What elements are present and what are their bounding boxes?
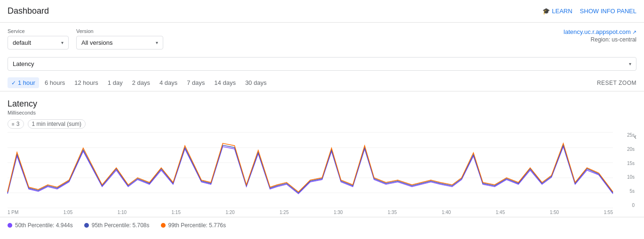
- region-text: Region: us-central: [564, 36, 636, 43]
- legend-item-99th: 99th Percentile: 5.776s: [161, 222, 226, 229]
- y-label-5: 5s: [629, 189, 635, 194]
- chevron-down-icon-3: ▾: [629, 61, 631, 66]
- chart-subtitle: Milliseconds: [8, 110, 636, 115]
- chevron-down-icon: ▾: [61, 40, 64, 45]
- reset-zoom-button[interactable]: RESET ZOOM: [597, 80, 636, 86]
- chart-filters: ≡ 3 1 min interval (sum): [8, 119, 636, 129]
- y-label-20: 20s: [627, 147, 635, 152]
- time-btn-2days[interactable]: 2 days: [128, 77, 154, 88]
- interval-badge: 1 min interval (sum): [28, 119, 86, 129]
- legend-label-50th: 50th Percentile: 4.944s: [15, 222, 73, 229]
- collapse-button[interactable]: ‹: [634, 132, 636, 141]
- x-label-1pm: 1 PM: [8, 210, 18, 215]
- legend-label-95th: 95th Percentile: 5.708s: [92, 222, 150, 229]
- time-btn-4days[interactable]: 4 days: [156, 77, 181, 88]
- x-label-130: 1:30: [334, 210, 342, 215]
- service-select-group: Service default ▾: [8, 28, 69, 49]
- x-label-145: 1:45: [496, 210, 505, 215]
- legend-dot-95th: [84, 223, 89, 228]
- x-label-155: 1:55: [604, 210, 613, 215]
- legend-item-95th: 95th Percentile: 5.708s: [84, 222, 150, 229]
- version-dropdown[interactable]: All versions ▾: [76, 36, 163, 49]
- x-label-125: 1:25: [279, 210, 288, 215]
- x-label-115: 1:15: [172, 210, 181, 215]
- time-btn-30days[interactable]: 30 days: [241, 77, 270, 88]
- time-options: ✓ 1 hour 6 hours 12 hours 1 day 2 days 4…: [8, 77, 270, 88]
- y-label-15: 15s: [627, 161, 635, 166]
- x-axis-labels: 1 PM 1:05 1:10 1:15 1:20 1:25 1:30 1:35 …: [8, 208, 613, 215]
- y-label-0: 0: [632, 203, 635, 208]
- check-icon: ✓: [11, 80, 16, 86]
- y-label-10: 10s: [627, 174, 635, 180]
- y-label-25: 25s: [627, 132, 635, 138]
- x-label-105: 1:05: [64, 210, 72, 215]
- metric-value: Latency: [13, 60, 34, 67]
- version-label: Version: [76, 28, 163, 34]
- chart-wrapper: ‹ 25s 20s 15s: [8, 132, 636, 215]
- time-btn-1hour[interactable]: ✓ 1 hour: [8, 77, 39, 88]
- filter-count: 3: [16, 121, 20, 127]
- chart-container: Latency Milliseconds ≡ 3 1 min interval …: [0, 91, 644, 215]
- legend-dot-99th: [161, 223, 166, 228]
- show-info-panel-button[interactable]: SHOW INFO PANEL: [580, 8, 636, 15]
- page-title: Dashboard: [8, 6, 49, 16]
- chart-svg: [8, 132, 613, 208]
- header: Dashboard 🎓 LEARN SHOW INFO PANEL: [0, 0, 644, 23]
- time-btn-1day[interactable]: 1 day: [104, 77, 127, 88]
- legend-item-50th: 50th Percentile: 4.944s: [8, 222, 73, 229]
- time-btn-14days[interactable]: 14 days: [211, 77, 240, 88]
- time-btn-6hours[interactable]: 6 hours: [41, 77, 69, 88]
- link-group: latency.uc.r.appspot.com Region: us-cent…: [564, 28, 636, 43]
- filter-icon: ≡: [12, 122, 15, 127]
- x-label-110: 1:10: [118, 210, 127, 215]
- controls-row: Service default ▾ Version All versions ▾…: [0, 23, 644, 55]
- legend-label-99th: 99th Percentile: 5.776s: [168, 222, 226, 229]
- version-value: All versions: [81, 39, 112, 46]
- time-range-row: ✓ 1 hour 6 hours 12 hours 1 day 2 days 4…: [0, 74, 644, 91]
- x-label-135: 1:35: [388, 210, 397, 215]
- legend-dot-50th: [8, 223, 12, 228]
- learn-button[interactable]: 🎓 LEARN: [542, 8, 572, 15]
- controls-left: Service default ▾ Version All versions ▾: [8, 28, 163, 49]
- graduation-icon: 🎓: [542, 8, 550, 15]
- filter-badge[interactable]: ≡ 3: [8, 119, 24, 129]
- header-actions: 🎓 LEARN SHOW INFO PANEL: [542, 8, 636, 15]
- version-select-group: Version All versions ▾: [76, 28, 163, 49]
- x-label-140: 1:40: [442, 210, 451, 215]
- legend-row: 50th Percentile: 4.944s 95th Percentile:…: [0, 217, 644, 233]
- x-label-150: 1:50: [550, 210, 559, 215]
- external-link[interactable]: latency.uc.r.appspot.com: [564, 28, 636, 35]
- x-label-120: 1:20: [225, 210, 234, 215]
- service-value: default: [13, 39, 31, 46]
- service-label: Service: [8, 28, 69, 34]
- chart-title: Latency: [8, 99, 636, 109]
- service-dropdown[interactable]: default ▾: [8, 36, 69, 49]
- time-btn-7days[interactable]: 7 days: [183, 77, 208, 88]
- chevron-down-icon-2: ▾: [156, 40, 158, 45]
- time-btn-12hours[interactable]: 12 hours: [71, 77, 102, 88]
- metric-dropdown-row: Latency ▾: [0, 55, 644, 74]
- metric-dropdown[interactable]: Latency ▾: [8, 57, 636, 71]
